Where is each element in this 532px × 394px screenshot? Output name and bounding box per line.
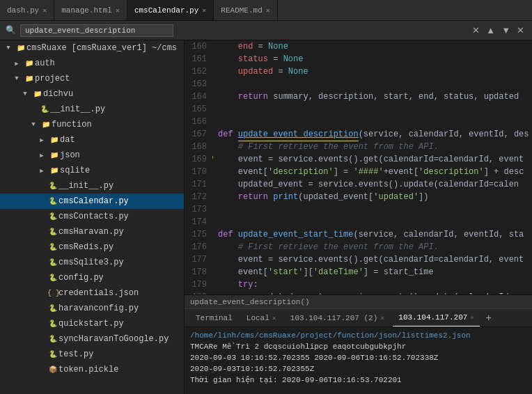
code-line-175: def update_event_start_time(service, cal… (218, 228, 532, 241)
code-line-167: def update_event_description(service, ca… (218, 128, 532, 141)
sidebar-item-label: token.pickle (58, 365, 184, 375)
search-next-button[interactable]: ▼ (499, 25, 513, 36)
close-terminal-remote1-icon[interactable]: ✕ (380, 314, 384, 322)
sidebar-item-label: dat (60, 135, 184, 145)
sidebar-item-sync-haravan[interactable]: 🐍 syncHaravanToGoogle.py (0, 331, 184, 347)
close-search-button[interactable]: ✕ (515, 25, 526, 36)
sidebar-item-haravanconfig[interactable]: 🐍 haravanconfig.py (0, 301, 184, 316)
sidebar-item-function[interactable]: ▼ 📁 function (0, 117, 184, 132)
search-input[interactable] (20, 24, 173, 37)
chevron-right-icon: ▶ (36, 167, 47, 175)
code-content: end = None status = None updated = None … (212, 40, 532, 294)
search-buttons: ✕ ▲ ▼ ✕ (470, 25, 526, 36)
sidebar-item-cms-ruaxe[interactable]: ▼ 📁 cmsRuaxe [cmsRuaxe_ver1] ~/cms (0, 40, 184, 56)
code-line-163 (218, 78, 532, 90)
tab-manage-html-label: manage.html (61, 6, 112, 15)
sidebar-item-label: syncHaravanToGoogle.py (58, 334, 184, 344)
chevron-down-icon: ▼ (11, 75, 22, 82)
chevron-down-icon: ▼ (28, 121, 39, 128)
terminal-tab-terminal[interactable]: Terminal (190, 309, 238, 326)
tab-readme-md-label: README.md (221, 6, 262, 15)
close-tab-dash-py-icon[interactable]: ✕ (42, 6, 47, 15)
sidebar-item-label: cmsContacts.py (58, 212, 184, 221)
terminal-tab-local[interactable]: Local ✕ (241, 309, 282, 326)
tab-readme-md[interactable]: README.md ✕ (214, 0, 277, 20)
python-file-icon: 🐍 (47, 182, 58, 190)
close-tab-readme-md-icon[interactable]: ✕ (266, 6, 270, 15)
sidebar-item-label: function (52, 120, 184, 129)
code-line-179: try: (218, 278, 532, 291)
sidebar-item-label: config.py (58, 273, 184, 283)
sidebar-item-label: cmsSqlite3.py (58, 258, 184, 267)
folder-icon: 📁 (15, 44, 26, 52)
sidebar-item-cms-contacts[interactable]: 🐍 cmsContacts.py (0, 209, 184, 224)
code-line-168: # First retrieve the event from the API. (218, 141, 532, 153)
terminal-tab-remote1[interactable]: 103.104.117.207 (2) ✕ (285, 309, 390, 326)
code-line-169: 💡 event = service.events().get(calendarI… (218, 153, 532, 166)
python-file-icon: 🐍 (47, 243, 58, 251)
folder-icon: 📁 (49, 151, 60, 159)
breadcrumb: update_event_description() (185, 294, 532, 308)
sidebar-item-cms-calendar-file[interactable]: 🐍 cmsCalendar.py (0, 194, 184, 209)
sidebar-item-json[interactable]: ▶ 📁 json (0, 148, 184, 163)
sidebar-item-config[interactable]: 🐍 config.py (0, 270, 184, 285)
chevron-down-icon: ▼ (19, 90, 31, 97)
close-terminal-local-icon[interactable]: ✕ (272, 314, 276, 322)
sidebar-item-dat[interactable]: ▶ 📁 dat (0, 132, 184, 148)
sidebar-item-label: haravanconfig.py (58, 304, 184, 313)
search-icon: 🔍 (6, 25, 16, 36)
python-file-icon: 🐍 (47, 274, 58, 282)
sidebar-item-credentials[interactable]: { } credentials.json (0, 285, 184, 301)
close-terminal-remote2-icon[interactable]: ✕ (470, 313, 474, 322)
pickle-file-icon: 📦 (47, 365, 58, 374)
sidebar-item-dichvu[interactable]: ▼ 📁 dichvu (0, 86, 184, 102)
python-file-icon: 🐍 (47, 197, 58, 205)
sidebar-item-label: json (60, 150, 184, 160)
close-tab-manage-html-icon[interactable]: ✕ (116, 6, 120, 15)
tab-cms-calendar-label: cmsCalendar.py (134, 6, 198, 15)
tab-dash-py[interactable]: dash.py ✕ (0, 0, 54, 20)
clear-search-button[interactable]: ✕ (470, 25, 482, 36)
sidebar-item-test[interactable]: 🐍 test.py (0, 347, 184, 362)
terminal-tab-remote2[interactable]: 103.104.117.207 ✕ (393, 309, 480, 326)
code-line-162: updated = None (218, 65, 532, 78)
add-terminal-button[interactable]: + (483, 313, 494, 324)
chevron-right-icon: ▶ (36, 152, 47, 159)
code-line-180: updated_event = service.events().update(… (218, 291, 532, 294)
sidebar-item-cms-haravan[interactable]: 🐍 cmsHaravan.py (0, 224, 184, 239)
sidebar-item-quickstart[interactable]: 🐍 quickstart.py (0, 316, 184, 331)
terminal-line-4: 2020-09-03T10:16:52.702355Z (190, 363, 526, 375)
sidebar-item-token[interactable]: 📦 token.pickle (0, 362, 184, 377)
sidebar-item-sqlite[interactable]: ▶ 📁 sqlite (0, 163, 184, 178)
sidebar-item-label: cmsRedis.py (58, 242, 184, 252)
sidebar-item-label: auth (35, 58, 184, 68)
python-file-icon: 🐍 (47, 304, 58, 313)
sidebar-item-init-func[interactable]: 🐍 __init__.py (0, 178, 184, 194)
sidebar-item-cms-redis[interactable]: 🐍 cmsRedis.py (0, 239, 184, 255)
main-area: ▼ 📁 cmsRuaxe [cmsRuaxe_ver1] ~/cms ▶ 📁 a… (0, 40, 532, 394)
search-prev-button[interactable]: ▲ (484, 25, 497, 36)
folder-icon: 📁 (32, 90, 43, 98)
terminal-line-5: Thời gian hiện tại: 2020-09-06T10:16:53.… (190, 375, 526, 386)
code-line-165 (218, 103, 532, 116)
sidebar-item-label: cmsCalendar.py (58, 196, 184, 206)
tab-manage-html[interactable]: manage.html ✕ (54, 0, 127, 20)
folder-icon: 📁 (24, 59, 35, 68)
code-line-174 (218, 216, 532, 228)
tab-dash-py-label: dash.py (7, 6, 39, 15)
code-line-160: end = None (218, 40, 532, 53)
sidebar-item-label: cmsRuaxe [cmsRuaxe_ver1] ~/cms (26, 43, 184, 53)
close-tab-cms-calendar-icon[interactable]: ✕ (202, 6, 206, 15)
sidebar-item-project[interactable]: ▼ 📁 project (0, 71, 184, 86)
python-file-icon: 🐍 (47, 212, 58, 221)
code-editor[interactable]: 160161162163 164165166167 168169170171 1… (185, 40, 532, 394)
sidebar-item-label: project (35, 74, 184, 84)
sidebar-item-init-dichvu[interactable]: 🐍 __init__.py (0, 102, 184, 117)
debug-marker-icon: 💡 (212, 153, 215, 166)
sidebar-item-cms-sqlite3[interactable]: 🐍 cmsSqlite3.py (0, 255, 184, 270)
tab-cms-calendar[interactable]: cmsCalendar.py ✕ (127, 0, 214, 20)
sidebar-item-auth[interactable]: ▶ 📁 auth (0, 56, 184, 71)
python-file-icon: 🐍 (47, 228, 58, 236)
tab-bar: dash.py ✕ manage.html ✕ cmsCalendar.py ✕… (0, 0, 532, 21)
chevron-down-icon: ▼ (3, 45, 14, 52)
